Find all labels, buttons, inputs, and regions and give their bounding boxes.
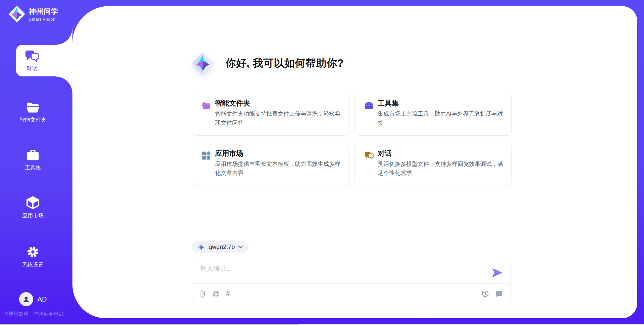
attach-file-icon[interactable] (200, 289, 206, 298)
person-icon (22, 295, 30, 303)
composer-toolbar: @ # (200, 284, 503, 304)
chevron-down-icon (238, 246, 243, 249)
sidebar: 神州问学 Smart Vision 智能文件夹 工具集 应用市场 系统设置 AD… (0, 0, 72, 325)
chat-icon (364, 151, 374, 160)
card-description: 集成市场上主流工具，助力AI与外界无缝扩展与对接 (378, 109, 506, 127)
card-chat[interactable]: 对话 灵活切换多模型文件，支持多样回复效果调试，满足个性化需求 (355, 143, 512, 186)
sidebar-item-label: 工具集 (25, 165, 41, 172)
brand-logo: 神州问学 Smart Vision (8, 5, 58, 23)
user-initials: AD (38, 296, 47, 303)
toolbox-icon (26, 148, 40, 162)
avatar (19, 292, 33, 306)
history-icon[interactable] (482, 290, 489, 298)
card-title: 对话 (378, 149, 392, 158)
brand-gem-icon (8, 5, 25, 23)
card-app-market[interactable]: 应用市场 应用市场提供丰富长文本模板，助力高效生成多样化文章内容 (192, 143, 349, 186)
sidebar-item-label: 智能文件夹 (19, 117, 46, 124)
main-panel: 你好, 我可以如何帮助你? 智能文件夹 智能文件夹功能支持批量文件上传与清洗，轻… (72, 6, 637, 318)
gem-mini-icon (197, 243, 205, 251)
sidebar-item-settings[interactable]: 系统设置 (0, 245, 66, 269)
message-composer: @ # (192, 259, 511, 304)
card-title: 工具集 (378, 99, 399, 108)
send-icon[interactable] (491, 267, 503, 278)
brand-subtitle: Smart Vision (29, 17, 58, 22)
message-input[interactable] (200, 264, 482, 280)
card-smart-folder[interactable]: 智能文件夹 智能文件夹功能支持批量文件上传与清洗，轻松实现文件问答 (192, 93, 349, 136)
sidebar-item-app-market[interactable]: 应用市场 (0, 196, 66, 219)
toolbox-icon (364, 101, 374, 110)
sidebar-item-label: 系统设置 (22, 262, 44, 269)
mention-icon[interactable]: @ (212, 290, 220, 298)
card-description: 智能文件夹功能支持批量文件上传与清洗，轻松实现文件问答 (215, 109, 343, 127)
card-description: 灵活切换多模型文件，支持多样回复效果调试，满足个性化需求 (378, 159, 506, 178)
folder-icon (26, 100, 40, 114)
model-name: qwen2:7b (209, 244, 235, 251)
user-profile[interactable]: AD (0, 292, 66, 306)
app-market-icon (26, 196, 40, 210)
sidebar-item-label: 应用市场 (22, 212, 44, 219)
model-selector[interactable]: qwen2:7b (192, 241, 248, 253)
card-description: 应用市场提供丰富长文本模板，助力高效生成多样化文章内容 (215, 159, 343, 178)
sidebar-item-toolset[interactable]: 工具集 (0, 148, 66, 172)
scrollbar-thumb[interactable] (0, 324, 299, 325)
sidebar-footer: ©神州数码 · 神州问学出品 (5, 311, 64, 317)
brand-name: 神州问学 (29, 7, 58, 16)
card-title: 智能文件夹 (215, 99, 250, 108)
card-title: 应用市场 (215, 149, 243, 158)
folder-icon (202, 101, 211, 110)
topic-icon[interactable]: # (226, 290, 230, 298)
feature-cards: 智能文件夹 智能文件夹功能支持批量文件上传与清洗，轻松实现文件问答 工具集 集成… (192, 93, 512, 186)
greeting: 你好, 我可以如何帮助你? (192, 52, 344, 74)
card-toolset[interactable]: 工具集 集成市场上主流工具，助力AI与外界无缝扩展与对接 (355, 93, 512, 136)
settings-icon (26, 245, 40, 259)
feedback-message-icon[interactable] (495, 290, 503, 298)
greeting-text: 你好, 我可以如何帮助你? (225, 56, 344, 70)
gem-logo-icon (192, 52, 214, 74)
app-market-icon (202, 151, 211, 160)
horizontal-scrollbar[interactable] (0, 324, 644, 325)
sidebar-item-smart-folder[interactable]: 智能文件夹 (0, 100, 66, 124)
